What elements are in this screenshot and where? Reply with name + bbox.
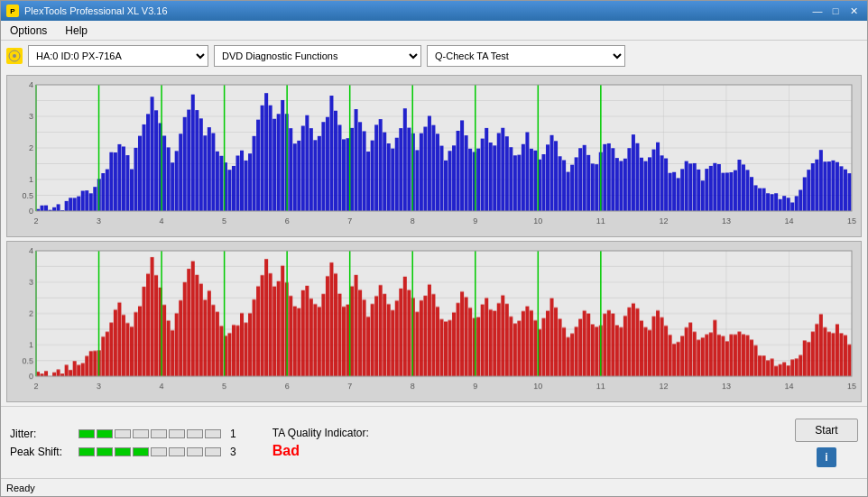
- menu-options[interactable]: Options: [5, 23, 52, 39]
- window-controls: — □ ✕: [809, 4, 862, 18]
- bottom-chart-canvas: [7, 242, 861, 402]
- main-window: P PlexTools Professional XL V3.16 — □ ✕ …: [0, 0, 868, 497]
- jitter-row: Jitter: 1: [10, 428, 236, 440]
- peak-shift-bar: [78, 447, 221, 456]
- app-icon: P: [6, 5, 19, 17]
- bar-segment: [115, 429, 131, 438]
- bar-segment: [205, 429, 221, 438]
- bar-segment: [205, 447, 221, 456]
- bar-segment: [151, 429, 167, 438]
- peak-shift-label: Peak Shift:: [10, 446, 73, 458]
- menu-bar: Options Help: [1, 21, 867, 41]
- ta-value: Bad: [272, 443, 369, 459]
- bar-segment: [169, 447, 185, 456]
- title-bar: P PlexTools Professional XL V3.16 — □ ✕: [1, 1, 867, 21]
- start-area: Start i: [795, 419, 858, 467]
- bar-segment: [187, 429, 203, 438]
- status-text: Ready: [6, 483, 35, 493]
- ta-section: TA Quality Indicator: Bad: [272, 427, 369, 459]
- menu-help[interactable]: Help: [60, 23, 93, 39]
- bar-segment: [78, 447, 95, 456]
- test-select[interactable]: Q-Check TA Test: [427, 45, 625, 67]
- ta-label: TA Quality Indicator:: [272, 427, 369, 439]
- drive-select[interactable]: HA:0 ID:0 PX-716A: [28, 45, 208, 67]
- minimize-button[interactable]: —: [809, 4, 826, 18]
- bar-segment: [133, 429, 149, 438]
- peak-shift-value: 3: [230, 446, 236, 458]
- bar-segment: [187, 447, 203, 456]
- bar-segment: [169, 429, 185, 438]
- bar-segment: [97, 429, 113, 438]
- bar-segment: [97, 447, 113, 456]
- status-bar: Ready: [1, 478, 867, 496]
- jitter-value: 1: [230, 428, 236, 440]
- top-chart: [6, 75, 862, 237]
- jitter-bar: [78, 429, 221, 438]
- top-chart-canvas: [7, 76, 861, 236]
- close-button[interactable]: ✕: [845, 4, 862, 18]
- svg-point-1: [13, 54, 16, 58]
- bar-segment: [78, 429, 95, 438]
- title-bar-left: P PlexTools Professional XL V3.16: [6, 5, 168, 17]
- peak-shift-row: Peak Shift: 3: [10, 446, 236, 458]
- function-select[interactable]: DVD Diagnostic Functions: [214, 45, 421, 67]
- drive-icon: [6, 48, 23, 64]
- start-button[interactable]: Start: [795, 419, 858, 442]
- bottom-panel: Jitter: 1 Peak Shift: 3 TA Quality Indic…: [1, 406, 867, 478]
- bar-segment: [115, 447, 131, 456]
- toolbar: HA:0 ID:0 PX-716A DVD Diagnostic Functio…: [1, 41, 867, 71]
- maximize-button[interactable]: □: [827, 4, 844, 18]
- bottom-chart: [6, 241, 862, 403]
- app-title: PlexTools Professional XL V3.16: [24, 5, 168, 16]
- bar-segment: [133, 447, 149, 456]
- charts-area: [1, 71, 867, 406]
- bar-segment: [151, 447, 167, 456]
- info-button[interactable]: i: [817, 447, 836, 467]
- metrics-section: Jitter: 1 Peak Shift: 3: [10, 428, 236, 458]
- jitter-label: Jitter:: [10, 428, 73, 440]
